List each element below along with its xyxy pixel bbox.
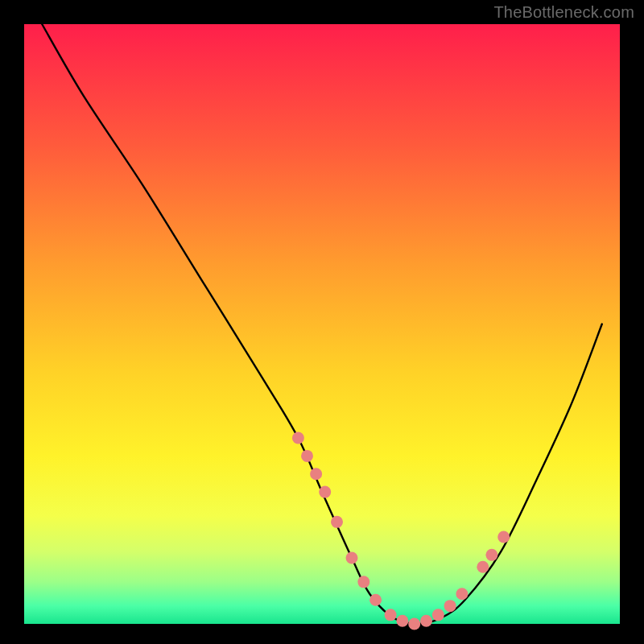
highlight-point <box>331 516 343 528</box>
highlight-point <box>420 615 432 627</box>
highlight-point <box>497 530 510 543</box>
highlight-point <box>357 576 369 588</box>
highlight-point <box>396 615 408 627</box>
highlight-point <box>346 552 358 564</box>
highlight-point <box>319 486 331 498</box>
highlight-point <box>292 432 304 444</box>
chart-stage: TheBottleneck.com <box>0 0 644 644</box>
highlight-point <box>485 549 497 561</box>
highlight-point <box>408 618 420 630</box>
highlight-point <box>301 450 313 462</box>
highlight-point <box>456 588 468 600</box>
highlight-point <box>477 561 489 573</box>
highlight-point <box>385 609 397 621</box>
highlight-point <box>444 600 456 612</box>
highlight-point <box>310 468 322 480</box>
bottleneck-chart <box>0 0 644 644</box>
highlight-point <box>432 609 444 621</box>
highlight-point <box>369 594 382 606</box>
gradient-plot-area <box>24 24 620 624</box>
watermark-label: TheBottleneck.com <box>493 3 634 22</box>
